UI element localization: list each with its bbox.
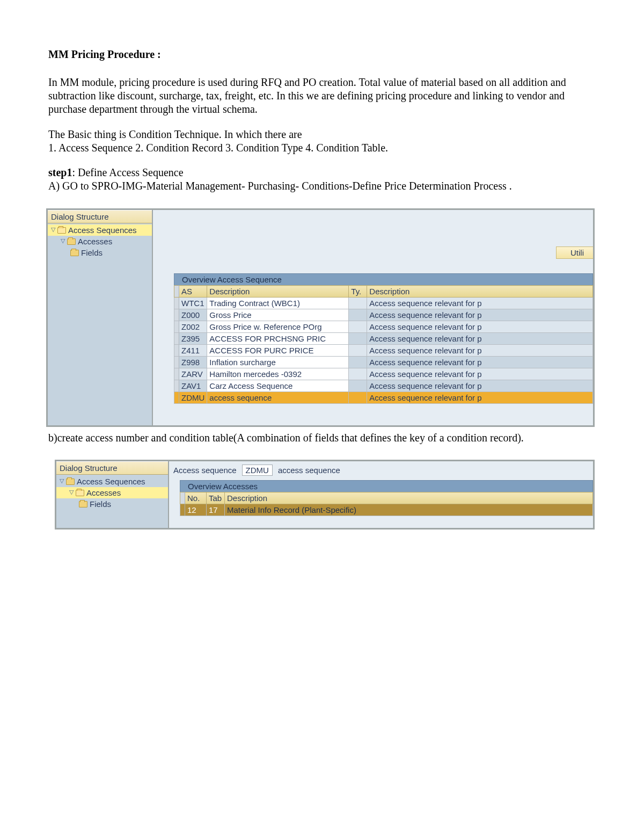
col-type[interactable]: Ty. — [349, 286, 367, 298]
main-pane: Utili Overview Access Sequence AS Descri… — [153, 210, 593, 425]
intro-paragraph: In MM module, pricing procedure is used … — [48, 76, 596, 116]
table-row[interactable]: WTC1Trading Contract (WBC1)Access sequen… — [174, 298, 593, 309]
table-row[interactable]: Z998Inflation surchargeAccess sequence r… — [174, 357, 593, 368]
tree-node-access-sequences[interactable]: ▽ Access Sequences — [48, 224, 152, 236]
dialog-structure-tree[interactable]: Dialog Structure ▽ Access Sequences ▽ Ac… — [48, 210, 153, 425]
tree-label: Fields — [90, 499, 111, 509]
dialog-structure-tree[interactable]: Dialog Structure ▽ Access Sequences ▽ Ac… — [56, 461, 169, 528]
table-row[interactable]: ZARVHamilton mercedes -0392Access sequen… — [174, 368, 593, 380]
tree-label: Accesses — [78, 237, 112, 246]
tree-node-access-sequences[interactable]: ▽ Access Sequences — [56, 476, 168, 487]
table-row[interactable]: Z000Gross PriceAccess sequence relevant … — [174, 309, 593, 321]
step1b-text: b)create access number and condition tab… — [48, 431, 596, 445]
tree-node-accesses[interactable]: ▽ Accesses — [56, 487, 168, 498]
cond-line-1: The Basic thing is Condition Technique. … — [48, 128, 302, 140]
access-sequence-value[interactable]: ZDMU — [242, 465, 273, 476]
main-pane: Access sequence ZDMU access sequence Ove… — [169, 461, 593, 528]
utilities-button[interactable]: Utili — [556, 246, 594, 259]
access-sequence-desc: access sequence — [278, 466, 340, 475]
folder-icon — [79, 501, 87, 507]
access-sequence-field: Access sequence ZDMU access sequence — [169, 461, 593, 480]
tree-node-fields[interactable]: Fields — [48, 247, 152, 258]
table-header-row: No. Tab Description — [180, 492, 593, 504]
step1-line: step1: Define Access Sequence — [48, 166, 596, 179]
table-header-row: AS Description Ty. Description — [174, 286, 593, 298]
expand-icon[interactable]: ▽ — [58, 477, 65, 484]
col-no[interactable]: No. — [185, 492, 207, 504]
table-row[interactable]: Z002Gross Price w. Reference POrgAccess … — [174, 321, 593, 333]
row-handle-header — [174, 286, 179, 298]
expand-icon[interactable]: ▽ — [60, 237, 66, 244]
tree-node-accesses[interactable]: ▽ Accesses — [48, 236, 152, 247]
table-row-selected[interactable]: ZDMUaccess sequenceAccess sequence relev… — [174, 392, 593, 404]
condition-technique-paragraph: The Basic thing is Condition Technique. … — [48, 128, 596, 155]
col-tab[interactable]: Tab — [207, 492, 225, 504]
expand-icon[interactable]: ▽ — [68, 489, 75, 496]
row-handle-header — [180, 492, 185, 504]
folder-icon — [70, 250, 79, 256]
accesses-table[interactable]: No. Tab Description 12 17 Material Info … — [180, 492, 593, 516]
col-as[interactable]: AS — [179, 286, 207, 298]
sap-screen-accesses: Dialog Structure ▽ Access Sequences ▽ Ac… — [55, 460, 595, 530]
overview-title: Overview Accesses — [180, 480, 593, 492]
tree-header: Dialog Structure — [56, 461, 168, 475]
folder-open-icon — [57, 227, 66, 234]
cond-line-2: 1. Access Sequence 2. Condition Record 3… — [48, 142, 388, 154]
folder-icon — [66, 478, 75, 485]
tree-label: Access Sequences — [77, 477, 145, 486]
access-sequence-label: Access sequence — [173, 466, 237, 475]
col-description[interactable]: Description — [207, 286, 349, 298]
table-row[interactable]: Z411ACCESS FOR PURC PRICEAccess sequence… — [174, 345, 593, 357]
step1-label: step1 — [48, 166, 72, 178]
tree-label: Accesses — [86, 488, 121, 497]
table-row[interactable]: Z395ACCESS FOR PRCHSNG PRICAccess sequen… — [174, 333, 593, 345]
overview-title: Overview Access Sequence — [174, 273, 593, 285]
step1-sub: A) GO to SPRO-IMG-Material Management- P… — [48, 180, 596, 192]
folder-open-icon — [76, 490, 84, 496]
sap-screen-access-sequence: Dialog Structure ▽ Access Sequences ▽ Ac… — [46, 208, 595, 427]
table-row[interactable]: ZAV1Carz Access SequenceAccess sequence … — [174, 380, 593, 392]
access-sequence-table[interactable]: AS Description Ty. Description WTC1Tradi… — [174, 285, 593, 404]
col-description[interactable]: Description — [225, 492, 593, 504]
folder-icon — [67, 238, 76, 245]
page-title: MM Pricing Procedure : — [48, 48, 596, 61]
expand-icon[interactable]: ▽ — [50, 226, 56, 233]
col-description-2[interactable]: Description — [367, 286, 593, 298]
step1-text: : Define Access Sequence — [72, 166, 183, 178]
tree-node-fields[interactable]: Fields — [56, 498, 168, 510]
tree-label: Access Sequences — [68, 226, 137, 235]
table-row-selected[interactable]: 12 17 Material Info Record (Plant-Specif… — [180, 504, 593, 516]
tree-label: Fields — [81, 248, 103, 257]
tree-header: Dialog Structure — [48, 210, 152, 223]
